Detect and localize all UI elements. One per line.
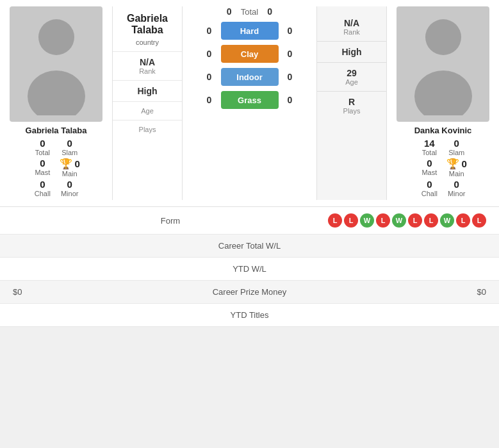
courts-section: 0 Total 0 0 Hard 0 0 Clay 0 0 Indoor 0 xyxy=(183,6,316,200)
player2-total-label: Total xyxy=(422,149,437,156)
player2-plays-label: Plays xyxy=(317,107,386,115)
player2-minor-value: 0 xyxy=(454,179,459,190)
career-prize-row: $0 Career Prize Money $0 xyxy=(0,281,499,304)
player1-country: country xyxy=(136,38,159,46)
player1-minor-cell: 0 Minor xyxy=(60,179,80,197)
player2-main-value: 0 xyxy=(462,158,467,169)
player2-slam-cell: 0 Slam xyxy=(446,138,467,156)
ytd-titles-row: YTD Titles xyxy=(0,304,499,327)
player2-trophy-icon: 🏆 xyxy=(446,158,459,170)
form-badge-8: W xyxy=(440,213,454,228)
player1-plays-stat: Plays xyxy=(113,120,182,138)
court-clay-right: 0 xyxy=(284,49,297,59)
court-indoor-left: 0 xyxy=(203,72,216,82)
player2-plays-value: R xyxy=(317,97,386,107)
court-row-hard: 0 Hard 0 xyxy=(189,22,310,40)
court-row-grass: 0 Grass 0 xyxy=(189,91,310,109)
player2-mast-label: Mast xyxy=(421,169,437,176)
player1-trophy-row: 🏆 0 xyxy=(60,158,80,170)
player1-chall-value: 0 xyxy=(40,179,45,190)
player2-name: Danka Kovinic xyxy=(414,126,472,135)
form-badge-10: L xyxy=(472,213,486,228)
ytd-wl-label: YTD W/L xyxy=(13,264,486,274)
player2-mast-cell: 0 Mast xyxy=(419,158,439,178)
player1-slam-value: 0 xyxy=(67,138,72,149)
player1-total-cell: 0 Total xyxy=(32,138,53,156)
player2-rank-label: Rank xyxy=(317,28,386,36)
player2-main-cell: 🏆 0 Main xyxy=(446,158,467,178)
player1-rank-label: Rank xyxy=(113,67,182,75)
player2-chall-value: 0 xyxy=(427,179,432,190)
player2-slam-value: 0 xyxy=(454,138,459,149)
svg-point-0 xyxy=(38,19,74,55)
player1-chall-label: Chall xyxy=(35,190,51,197)
player2-main-label: Main xyxy=(449,170,464,178)
player1-rank-stat: N/A Rank xyxy=(113,51,182,80)
player1-mast-cell: 0 Mast xyxy=(32,158,53,178)
court-row-clay: 0 Clay 0 xyxy=(189,45,310,63)
player1-form-stat: High xyxy=(113,80,182,101)
form-label: Form xyxy=(13,216,328,226)
player2-minor-label: Minor xyxy=(448,190,466,197)
player2-form-value: High xyxy=(317,47,386,57)
player2-age-value: 29 xyxy=(317,68,386,78)
court-indoor-right: 0 xyxy=(284,72,297,82)
ytd-titles-label: YTD Titles xyxy=(13,310,486,320)
player2-slam-label: Slam xyxy=(448,149,464,156)
player2-card: Danka Kovinic 14 Total 0 Slam 0 Mast 🏆 xyxy=(387,6,499,200)
form-badge-6: L xyxy=(408,213,422,228)
player1-stats-grid: 0 Total 0 Slam 0 Mast 🏆 0 Main xyxy=(32,138,80,197)
player1-name: Gabriela Talaba xyxy=(26,126,87,135)
court-clay-badge: Clay xyxy=(221,45,279,63)
career-total-wl-label: Career Total W/L xyxy=(13,241,486,251)
main-container: Gabriela Talaba 0 Total 0 Slam 0 Mast 🏆 xyxy=(0,0,499,327)
player1-mast-value: 0 xyxy=(40,158,45,169)
player2-rank-value: N/A xyxy=(317,18,386,28)
form-badge-1: L xyxy=(328,213,342,228)
form-badges: L L W L W L L W L L xyxy=(328,213,486,228)
courts-total-left: 0 xyxy=(223,6,236,17)
career-prize-label: Career Prize Money xyxy=(141,287,358,297)
court-indoor-badge: Indoor xyxy=(221,68,279,86)
player1-minor-value: 0 xyxy=(67,179,72,190)
bottom-section: Form L L W L W L L W L L Career Total W/… xyxy=(0,206,499,327)
player1-rank-value: N/A xyxy=(113,57,182,67)
player1-main-value: 0 xyxy=(75,158,80,169)
right-info-panel: N/A Rank High 29 Age R Plays xyxy=(316,6,387,200)
player1-slam-cell: 0 Slam xyxy=(60,138,80,156)
svg-point-1 xyxy=(28,71,85,115)
player1-name-middle: Gabriela Talaba xyxy=(113,13,182,36)
court-grass-badge: Grass xyxy=(221,91,279,109)
form-badge-9: L xyxy=(456,213,470,228)
ytd-wl-row: YTD W/L xyxy=(0,258,499,281)
player2-age-label: Age xyxy=(317,78,386,86)
form-badge-4: L xyxy=(376,213,390,228)
player1-minor-label: Minor xyxy=(61,190,79,197)
court-hard-right: 0 xyxy=(284,26,297,36)
court-hard-badge: Hard xyxy=(221,22,279,40)
player1-main-label: Main xyxy=(62,170,78,178)
player1-form-value: High xyxy=(113,86,182,96)
player2-avatar xyxy=(397,6,489,122)
career-prize-left: $0 xyxy=(13,287,141,297)
court-hard-left: 0 xyxy=(203,26,216,36)
player1-mast-label: Mast xyxy=(35,169,50,176)
player1-card: Gabriela Talaba 0 Total 0 Slam 0 Mast 🏆 xyxy=(0,6,112,200)
player2-total-cell: 14 Total xyxy=(419,138,439,156)
player2-rank-stat: N/A Rank xyxy=(317,13,386,41)
form-badge-3: W xyxy=(360,213,374,228)
courts-total-right: 0 xyxy=(263,6,276,17)
player1-age-label: Age xyxy=(113,107,182,115)
player2-age-stat: 29 Age xyxy=(317,62,386,91)
player1-avatar xyxy=(10,6,102,122)
form-badge-7: L xyxy=(424,213,438,228)
player1-total-label: Total xyxy=(35,149,50,156)
player1-trophy-icon: 🏆 xyxy=(60,158,72,170)
player2-form-stat: High xyxy=(317,41,386,62)
form-row: Form L L W L W L L W L L xyxy=(0,207,499,235)
form-badge-2: L xyxy=(344,213,358,228)
player1-main-cell: 🏆 0 Main xyxy=(60,158,80,178)
court-row-indoor: 0 Indoor 0 xyxy=(189,68,310,86)
court-clay-left: 0 xyxy=(203,49,216,59)
player2-total-value: 14 xyxy=(424,138,435,149)
